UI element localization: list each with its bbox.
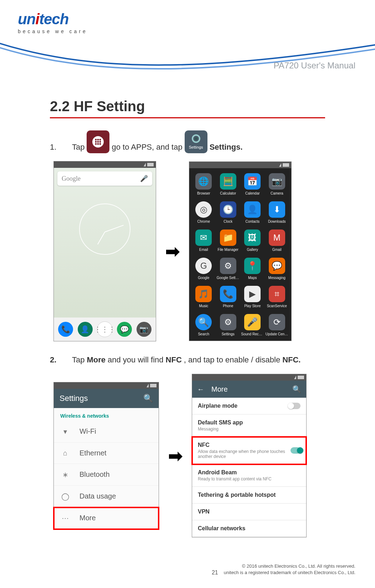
- step-2-word-nfc2: NFC.: [282, 354, 300, 366]
- app-email[interactable]: ✉ Email: [192, 229, 215, 253]
- settings-row-bluetooth[interactable]: ∗ Bluetooth: [54, 464, 159, 486]
- app-play-store[interactable]: ▶ Play Store: [241, 286, 264, 309]
- search-icon[interactable]: 🔍: [143, 394, 153, 403]
- row-subtitle: Messaging: [198, 427, 243, 432]
- status-bar: [54, 382, 159, 389]
- step-2-word-nfc: NFC: [166, 354, 182, 366]
- app-label: Play Store: [244, 304, 261, 308]
- settings-row-more[interactable]: ⋯ More: [54, 507, 159, 529]
- more-row-nfc[interactable]: NFC Allow data exchange when the phone t…: [192, 437, 306, 464]
- more-row-tethering-portable-hotspot[interactable]: Tethering & portable hotspot: [192, 487, 306, 504]
- app-google[interactable]: G Google: [192, 258, 215, 281]
- app-google-settings[interactable]: ⚙ Google Settings: [217, 258, 240, 281]
- app-label: Update Center: [266, 332, 288, 336]
- back-icon[interactable]: ←: [197, 385, 204, 393]
- dock-camera-icon[interactable]: 📷: [137, 322, 151, 337]
- app-music[interactable]: 🎵 Music: [192, 286, 215, 309]
- row-title: Tethering & portable hotspot: [198, 492, 276, 498]
- row-label: Bluetooth: [79, 470, 110, 479]
- search-icon[interactable]: 🔍: [292, 385, 301, 393]
- app-clock[interactable]: 🕒 Clock: [217, 201, 240, 225]
- dock-phone-icon[interactable]: 📞: [58, 322, 73, 337]
- app-downloads[interactable]: ⬇ Downloads: [266, 201, 289, 225]
- app-icon: 👤: [244, 201, 261, 218]
- phone-more-screen: ← More 🔍 Airplane mode Default SMS app M…: [192, 374, 307, 537]
- logo-text: unitech: [18, 11, 357, 28]
- app-icon: 📞: [220, 286, 236, 302]
- app-icon: ⟳: [269, 314, 285, 330]
- app-icon: 🔍: [195, 314, 212, 330]
- app-calculator[interactable]: 🧮 Calculator: [217, 173, 240, 196]
- svg-point-1: [95, 139, 97, 141]
- app-search[interactable]: 🔍 Search: [192, 314, 215, 337]
- settings-row-data-usage[interactable]: ◯ Data usage: [54, 486, 159, 507]
- dock-contacts-icon[interactable]: 👤: [78, 322, 93, 337]
- app-browser[interactable]: 🌐 Browser: [192, 173, 215, 196]
- app-camera[interactable]: 📷 Camera: [266, 173, 289, 196]
- logo-block: unitech because we care: [18, 11, 357, 34]
- page-number: 21: [212, 569, 218, 576]
- arrow-right-icon: ➡: [165, 241, 180, 261]
- app-label: Contacts: [246, 220, 260, 223]
- app-phone[interactable]: 📞 Phone: [217, 286, 240, 309]
- more-title: More: [211, 385, 285, 393]
- status-bar: [192, 374, 306, 381]
- app-contacts[interactable]: 👤 Contacts: [241, 201, 264, 225]
- toggle-switch[interactable]: [291, 447, 300, 454]
- step-1-text-3: Settings.: [210, 141, 243, 153]
- app-label: Calendar: [245, 191, 260, 195]
- more-row-cellular-networks[interactable]: Cellular networks: [192, 520, 306, 537]
- footer-line2: unitech is a registered trademark of uni…: [224, 570, 355, 575]
- more-row-android-beam[interactable]: Android Beam Ready to transmit app conte…: [192, 464, 306, 487]
- dock-apps-icon[interactable]: ⋮⋮⋮: [97, 321, 113, 337]
- svg-point-2: [97, 139, 99, 141]
- settings-row-ethernet[interactable]: ⌂ Ethernet: [54, 443, 159, 464]
- app-messaging[interactable]: 💬 Messaging: [266, 258, 289, 281]
- settings-header: Settings 🔍: [54, 389, 159, 408]
- app-scanservice[interactable]: ⌗ ScanService: [266, 286, 289, 309]
- app-icon: 📍: [244, 258, 261, 274]
- app-gmail[interactable]: M Gmail: [266, 229, 289, 253]
- app-label: Google Settings: [217, 276, 240, 280]
- more-row-airplane-mode[interactable]: Airplane mode: [192, 398, 306, 414]
- apps-launcher-icon: [87, 130, 109, 153]
- app-label: Maps: [248, 276, 257, 280]
- app-sound-recorder[interactable]: 🎤 Sound Recorder: [241, 314, 264, 337]
- row-title: Android Beam: [198, 469, 272, 476]
- more-row-vpn[interactable]: VPN: [192, 504, 306, 520]
- settings-section-label: Wireless & networks: [54, 408, 159, 421]
- toggle-switch[interactable]: [288, 403, 300, 409]
- row-title: Default SMS app: [198, 419, 243, 426]
- app-icon: 💬: [269, 258, 285, 274]
- app-label: Calculator: [220, 191, 236, 195]
- step-1-number: 1.: [50, 141, 70, 153]
- more-row-default-sms-app[interactable]: Default SMS app Messaging: [192, 414, 306, 437]
- app-label: Downloads: [268, 220, 286, 223]
- row-title: VPN: [198, 509, 210, 515]
- app-label: Gallery: [247, 248, 258, 252]
- footer-line1: © 2016 unitech Electronics Co., Ltd. All…: [242, 563, 355, 569]
- app-label: Phone: [223, 304, 233, 308]
- more-header: ← More 🔍: [192, 381, 306, 398]
- app-chrome[interactable]: ◎ Chrome: [192, 201, 215, 225]
- svg-point-4: [95, 141, 97, 143]
- app-file-manager[interactable]: 📁 File Manager: [217, 229, 240, 253]
- app-icon: 📷: [269, 173, 285, 190]
- app-icon: 🎤: [244, 314, 261, 330]
- google-search-bar[interactable]: Google 🎤: [57, 171, 152, 186]
- app-label: Chrome: [197, 220, 210, 223]
- settings-row-wi-fi[interactable]: ▾ Wi-Fi: [54, 421, 159, 443]
- app-calendar[interactable]: 📅 Calendar: [241, 173, 264, 196]
- clock-widget[interactable]: [79, 203, 130, 255]
- app-label: Search: [198, 332, 209, 336]
- app-maps[interactable]: 📍 Maps: [241, 258, 264, 281]
- mic-icon[interactable]: 🎤: [140, 175, 148, 182]
- app-settings[interactable]: ⚙ Settings: [217, 314, 240, 337]
- status-bar: [189, 162, 291, 168]
- app-icon: ✉: [195, 229, 212, 246]
- app-update-center[interactable]: ⟳ Update Center: [266, 314, 289, 337]
- app-label: Email: [199, 248, 208, 252]
- svg-point-5: [97, 141, 99, 143]
- app-gallery[interactable]: 🖼 Gallery: [241, 229, 264, 253]
- dock-messaging-icon[interactable]: 💬: [117, 322, 132, 337]
